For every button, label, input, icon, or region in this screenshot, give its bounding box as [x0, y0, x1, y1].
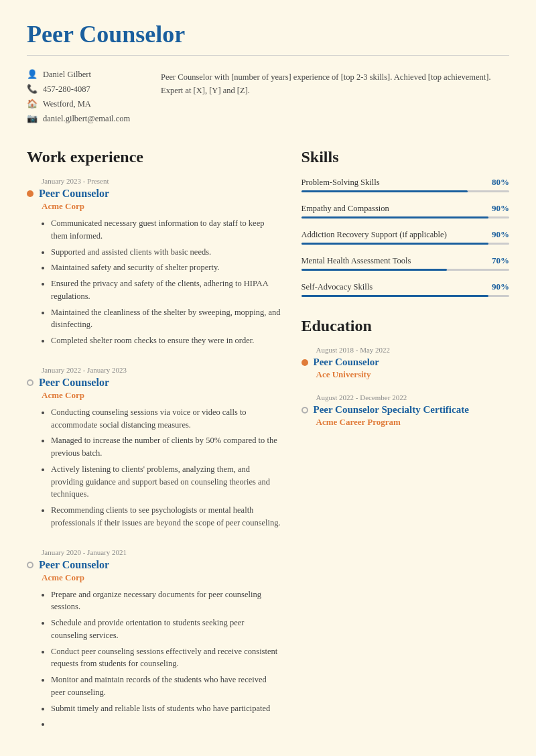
skill-item-3: Addiction Recovery Support (if applicabl… [302, 229, 510, 245]
skill-item-5: Self-Advocacy Skills 90% [302, 281, 510, 297]
bullet-dot-1 [27, 190, 34, 197]
bullet-1-5: Maintained the cleanliness of the shelte… [51, 306, 281, 332]
summary-text: Peer Counselor with [number of years] ex… [161, 69, 509, 128]
skill-header-5: Self-Advocacy Skills 90% [302, 281, 510, 292]
contact-location: Westford, MA [43, 99, 91, 109]
bullet-3-3: Conduct peer counseling sessions effecti… [51, 645, 281, 671]
edu-title-row-2: Peer Counselor Specialty Certificate [302, 404, 510, 416]
bullet-1-3: Maintained safety and security of shelte… [51, 261, 281, 274]
skill-bar-fill-1 [302, 190, 468, 192]
edu-title-2: Peer Counselor Specialty Certificate [314, 404, 469, 416]
bullet-1-6: Completed shelter room checks to ensure … [51, 334, 281, 347]
skill-header-4: Mental Health Assessment Tools 70% [302, 255, 510, 266]
edu-entry-2: August 2022 - December 2022 Peer Counsel… [302, 393, 510, 428]
bullet-2-2: Managed to increase the number of client… [51, 434, 281, 460]
job-date-3: January 2020 - January 2021 [27, 548, 281, 556]
skills-title: Skills [302, 148, 510, 166]
bullet-1-1: Communicated necessary guest information… [51, 217, 281, 243]
phone-icon: 📞 [27, 84, 38, 94]
skills-section: Skills Problem-Solving Skills 80% Empath… [302, 148, 510, 297]
skill-name-3: Addiction Recovery Support (if applicabl… [302, 230, 447, 240]
person-icon: 👤 [27, 69, 38, 80]
contact-name: Daniel Gilbert [43, 70, 91, 80]
bullet-3-6 [51, 718, 281, 731]
job-bullets-3: Prepare and organize necessary documents… [27, 588, 281, 731]
bullet-2-1: Conducting counseling sessions via voice… [51, 406, 281, 432]
bullet-1-4: Ensured the privacy and safety of the cl… [51, 277, 281, 303]
skill-bar-bg-5 [302, 295, 510, 297]
skill-bar-bg-4 [302, 269, 510, 271]
edu-institution-2: Acme Career Program [302, 417, 510, 428]
skill-name-1: Problem-Solving Skills [302, 178, 380, 188]
skill-percent-2: 90% [492, 203, 509, 214]
job-date-2: January 2022 - January 2023 [27, 366, 281, 374]
skill-item-2: Empathy and Compassion 90% [302, 203, 510, 218]
skill-header-1: Problem-Solving Skills 80% [302, 177, 510, 188]
company-2: Acme Corp [27, 390, 281, 401]
skill-percent-1: 80% [492, 177, 509, 188]
bullet-dot-2 [27, 379, 34, 386]
work-experience-title: Work experience [27, 148, 281, 166]
edu-entry-1: August 2018 - May 2022 Peer Counselor Ac… [302, 346, 510, 380]
job-date-1: January 2023 - Present [27, 177, 281, 185]
edu-bullet-2 [302, 407, 308, 414]
job-title-2: Peer Counselor [39, 377, 109, 389]
skill-name-4: Mental Health Assessment Tools [302, 256, 411, 266]
skill-bar-bg-3 [302, 243, 510, 245]
job-bullets-1: Communicated necessary guest information… [27, 217, 281, 347]
skill-bar-fill-5 [302, 295, 488, 297]
skill-name-2: Empathy and Compassion [302, 204, 389, 214]
contact-email: daniel.gilbert@email.com [43, 114, 130, 124]
bullet-3-1: Prepare and organize necessary documents… [51, 588, 281, 614]
contact-location-row: 🏠 Westford, MA [27, 99, 147, 109]
edu-date-1: August 2018 - May 2022 [302, 346, 510, 354]
skill-bar-bg-2 [302, 216, 510, 218]
skill-header-2: Empathy and Compassion 90% [302, 203, 510, 214]
bullet-1-2: Supported and assisted clients with basi… [51, 246, 281, 259]
job-entry-2: January 2022 - January 2023 Peer Counsel… [27, 366, 281, 529]
skill-percent-5: 90% [492, 281, 509, 292]
skill-bar-fill-4 [302, 269, 447, 271]
resume-title: Peer Counselor [27, 20, 509, 48]
contact-email-row: 📷 daniel.gilbert@email.com [27, 113, 147, 124]
edu-institution-1: Ace University [302, 369, 510, 380]
skill-bar-bg-1 [302, 190, 510, 192]
job-title-row-2: Peer Counselor [27, 377, 281, 389]
resume-page: Peer Counselor 👤 Daniel Gilbert 📞 457-28… [0, 0, 536, 756]
skill-bar-fill-3 [302, 243, 488, 245]
job-entry-3: January 2020 - January 2021 Peer Counsel… [27, 548, 281, 731]
title-divider [27, 55, 509, 56]
bullet-2-4: Recommending clients to see psychologist… [51, 504, 281, 529]
skill-bar-fill-2 [302, 216, 488, 218]
skill-item-1: Problem-Solving Skills 80% [302, 177, 510, 192]
contact-name-row: 👤 Daniel Gilbert [27, 69, 147, 80]
bullet-3-5: Submit timely and reliable lists of stud… [51, 702, 281, 715]
job-title-3: Peer Counselor [39, 559, 109, 571]
edu-bullet-1 [302, 359, 308, 366]
job-title-row-3: Peer Counselor [27, 559, 281, 571]
contact-info: 👤 Daniel Gilbert 📞 457-280-4087 🏠 Westfo… [27, 69, 147, 128]
company-1: Acme Corp [27, 201, 281, 212]
skill-name-5: Self-Advocacy Skills [302, 282, 373, 292]
contact-phone-row: 📞 457-280-4087 [27, 84, 147, 94]
location-icon: 🏠 [27, 99, 38, 109]
job-title-1: Peer Counselor [39, 188, 109, 200]
work-experience-section: Work experience January 2023 - Present P… [27, 148, 281, 749]
bullet-dot-3 [27, 562, 34, 568]
education-title: Education [302, 317, 510, 335]
bullet-3-4: Monitor and maintain records of the stud… [51, 674, 281, 699]
bullet-3-2: Schedule and provide orientation to stud… [51, 617, 281, 642]
email-icon: 📷 [27, 113, 38, 124]
main-content: Work experience January 2023 - Present P… [27, 148, 509, 749]
company-3: Acme Corp [27, 572, 281, 583]
contact-phone: 457-280-4087 [43, 84, 90, 94]
edu-title-row-1: Peer Counselor [302, 357, 510, 368]
right-column: Skills Problem-Solving Skills 80% Empath… [302, 148, 510, 749]
education-section: Education August 2018 - May 2022 Peer Co… [302, 317, 510, 428]
skill-percent-3: 90% [492, 229, 509, 240]
skill-percent-4: 70% [492, 255, 509, 266]
bullet-2-3: Actively listening to clients' problems,… [51, 463, 281, 501]
job-title-row-1: Peer Counselor [27, 188, 281, 200]
edu-date-2: August 2022 - December 2022 [302, 393, 510, 401]
edu-title-1: Peer Counselor [314, 357, 379, 368]
